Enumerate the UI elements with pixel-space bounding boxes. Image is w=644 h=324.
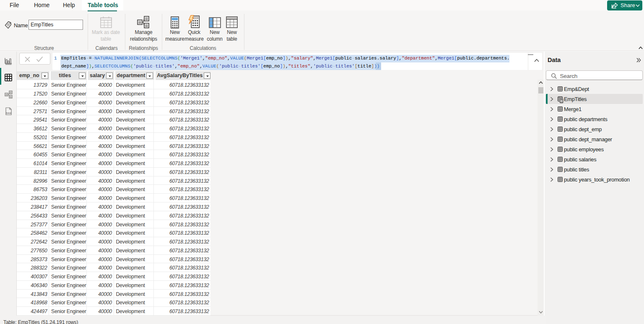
svg-text:DAX: DAX	[6, 111, 12, 114]
